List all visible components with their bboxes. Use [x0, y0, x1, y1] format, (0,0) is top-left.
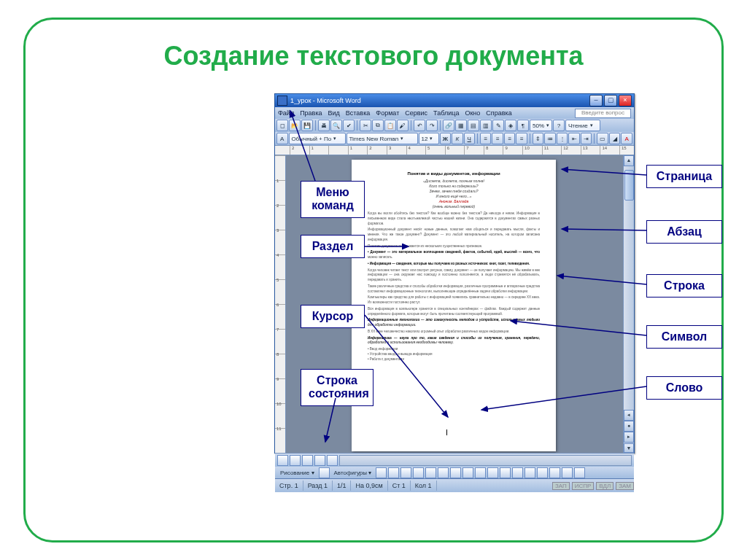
- prev-page-icon[interactable]: ◂: [624, 410, 634, 421]
- save-icon[interactable]: 💾: [301, 120, 313, 131]
- help-icon[interactable]: ?: [553, 120, 565, 131]
- status-at: На 0,9см: [351, 481, 387, 491]
- bold-button[interactable]: Ж: [440, 133, 452, 144]
- picture-icon[interactable]: [475, 467, 486, 478]
- open-icon[interactable]: 📂: [289, 120, 301, 131]
- align-justify-icon[interactable]: ≡: [516, 133, 527, 144]
- numbered-list-icon[interactable]: ≔: [544, 133, 556, 144]
- excel-icon[interactable]: ▤: [468, 120, 479, 131]
- menu-window[interactable]: Окно: [465, 109, 480, 117]
- font-dropdown[interactable]: Times New Roman: [347, 133, 418, 144]
- callout-page: Страница: [646, 165, 722, 188]
- clipart-icon[interactable]: [462, 467, 473, 478]
- next-page-icon[interactable]: ▸: [624, 432, 634, 443]
- menu-help[interactable]: Справка: [486, 109, 511, 117]
- undo-icon[interactable]: ↶: [414, 120, 425, 131]
- line-style-icon[interactable]: [525, 467, 535, 478]
- font-color-icon[interactable]: [512, 467, 523, 478]
- menu-file[interactable]: Файл: [278, 109, 294, 117]
- indent-icon[interactable]: ⇥: [581, 133, 592, 144]
- align-center-icon[interactable]: ≡: [492, 133, 503, 144]
- menu-format[interactable]: Формат: [376, 109, 399, 117]
- doc-paragraph: • Информация — сведения, которые мы полу…: [368, 262, 540, 267]
- drawing-icon[interactable]: ✎: [492, 120, 504, 131]
- wordart-icon[interactable]: [438, 467, 449, 478]
- font-color-icon[interactable]: A: [621, 133, 632, 144]
- copy-icon[interactable]: ⧉: [372, 120, 384, 131]
- spellcheck-icon[interactable]: ✔: [343, 120, 355, 131]
- ask-question-box[interactable]: Введите вопрос: [575, 109, 631, 118]
- columns-icon[interactable]: ▥: [480, 120, 492, 131]
- format-painter-icon[interactable]: 🖌: [397, 120, 409, 131]
- paragraph-icon[interactable]: ¶: [517, 120, 529, 131]
- border-icon[interactable]: ▭: [597, 133, 608, 144]
- print-icon[interactable]: 🖶: [318, 120, 330, 131]
- menubar: Файл Правка Вид Вставка Формат Сервис Та…: [275, 107, 634, 119]
- separator: [594, 133, 595, 144]
- separator: [440, 120, 441, 131]
- horizontal-scrollbar[interactable]: [339, 455, 632, 466]
- diagram-icon[interactable]: [450, 467, 461, 478]
- underline-button[interactable]: Ч: [464, 133, 476, 144]
- menu-insert[interactable]: Вставка: [346, 109, 370, 117]
- outdent-icon[interactable]: ⇤: [568, 133, 580, 144]
- autoshapes-menu[interactable]: Автофигуры ▾: [331, 470, 375, 476]
- align-right-icon[interactable]: ≡: [504, 133, 516, 144]
- minimize-button[interactable]: –: [589, 95, 603, 106]
- cut-icon[interactable]: ✂: [360, 120, 371, 131]
- horizontal-ruler[interactable]: 21123456789101112131415: [275, 145, 634, 155]
- outline-view-icon[interactable]: [314, 455, 325, 466]
- table-icon[interactable]: ▦: [455, 120, 467, 131]
- menu-view[interactable]: Вид: [328, 109, 340, 117]
- line-icon[interactable]: [376, 467, 387, 478]
- word-app-icon: [277, 96, 287, 106]
- rectangle-icon[interactable]: [400, 467, 411, 478]
- print-view-icon[interactable]: [302, 455, 313, 466]
- select-objects-icon[interactable]: [319, 467, 330, 478]
- font-size-dropdown[interactable]: 12: [419, 133, 439, 144]
- line-color-icon[interactable]: [500, 467, 511, 478]
- menu-table[interactable]: Таблица: [433, 109, 459, 117]
- normal-view-icon[interactable]: [277, 455, 288, 466]
- menu-edit[interactable]: Правка: [300, 109, 322, 117]
- paste-icon[interactable]: 📋: [384, 120, 396, 131]
- browse-object-icon[interactable]: ●: [624, 421, 634, 432]
- status-count: 1/1: [333, 481, 352, 491]
- arrow-style-icon[interactable]: [549, 467, 560, 478]
- drawing-menu[interactable]: Рисование ▾: [277, 470, 317, 476]
- dash-style-icon[interactable]: [537, 467, 548, 478]
- text-cursor: [446, 429, 447, 435]
- maximize-button[interactable]: ▢: [604, 95, 617, 106]
- oval-icon[interactable]: [413, 467, 424, 478]
- line-spacing-icon[interactable]: ⇕: [533, 133, 544, 144]
- scroll-up-icon[interactable]: ▲: [624, 155, 634, 166]
- highlight-icon[interactable]: ◢: [609, 133, 621, 144]
- reading-mode-button[interactable]: Чтение: [565, 120, 600, 131]
- web-view-icon[interactable]: [290, 455, 301, 466]
- styles-pane-icon[interactable]: A: [276, 133, 288, 144]
- italic-button[interactable]: К: [452, 133, 463, 144]
- doc-paragraph: Вся информация в компьютере хранится в с…: [368, 307, 540, 317]
- hyperlink-icon[interactable]: 🔗: [443, 120, 454, 131]
- arrow-icon[interactable]: [388, 467, 399, 478]
- align-left-icon[interactable]: ≡: [480, 133, 492, 144]
- textbox-icon[interactable]: [425, 467, 436, 478]
- close-button[interactable]: ×: [619, 95, 632, 106]
- reading-view-icon[interactable]: [327, 455, 338, 466]
- scroll-down-icon[interactable]: ▼: [624, 443, 634, 453]
- fill-color-icon[interactable]: [487, 467, 498, 478]
- new-doc-icon[interactable]: ◻: [276, 120, 288, 131]
- style-dropdown[interactable]: Обычный + По: [289, 133, 346, 144]
- zoom-dropdown[interactable]: 50%: [530, 120, 552, 131]
- scroll-thumb[interactable]: [624, 170, 634, 201]
- preview-icon[interactable]: 🔍: [330, 120, 342, 131]
- map-icon[interactable]: ◈: [505, 120, 516, 131]
- bullet-list-icon[interactable]: ⋮: [557, 133, 568, 144]
- vertical-ruler[interactable]: 1234567891011: [275, 155, 286, 453]
- threed-icon[interactable]: [574, 467, 585, 478]
- menu-service[interactable]: Сервис: [405, 109, 427, 117]
- vertical-scrollbar[interactable]: ▲ ◂ ● ▸ ▼: [623, 155, 634, 453]
- redo-icon[interactable]: ↷: [426, 120, 438, 131]
- shadow-icon[interactable]: [562, 467, 573, 478]
- status-col: Кол 1: [411, 481, 437, 491]
